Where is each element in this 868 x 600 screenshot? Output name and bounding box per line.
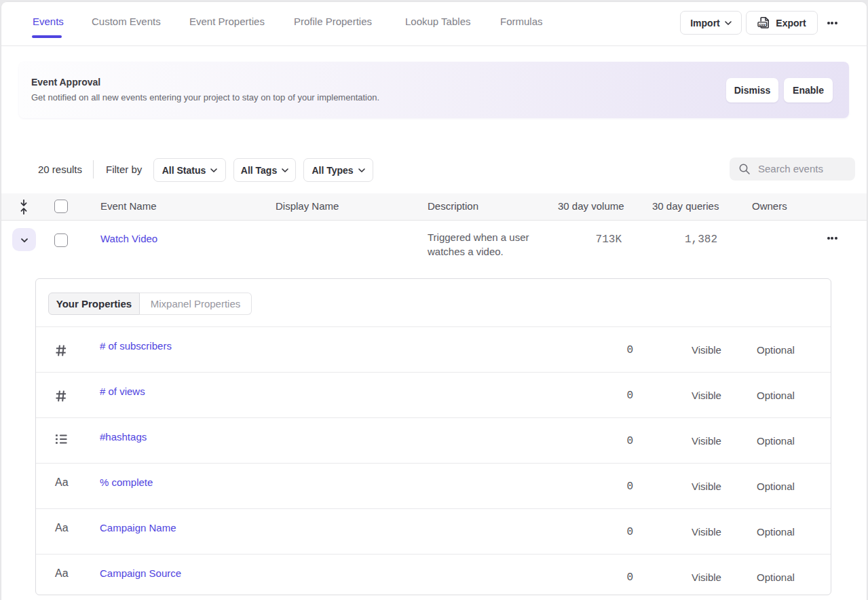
svg-text:csv: csv bbox=[759, 22, 766, 26]
